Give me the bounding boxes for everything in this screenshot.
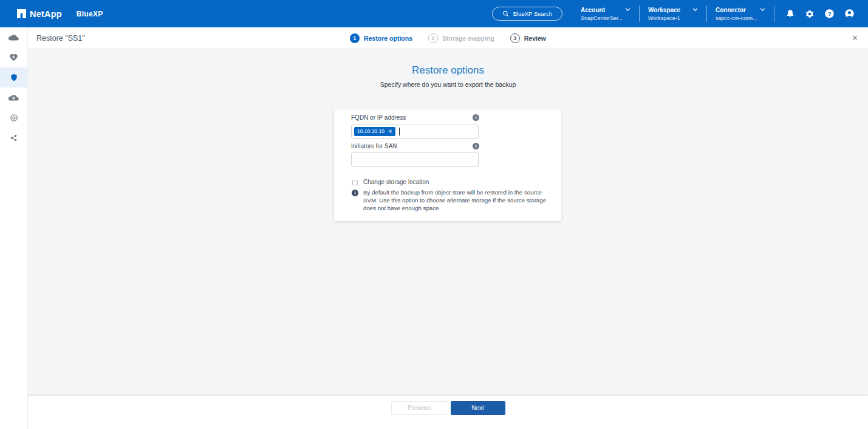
wizard-stepper: 1 Restore options 2 Storage mapping 3 Re… [350, 33, 546, 43]
change-storage-location-checkbox[interactable] [352, 180, 358, 185]
wizard-footer: Previous Next [28, 396, 868, 429]
step-restore-options[interactable]: 1 Restore options [350, 33, 412, 43]
topbar: NetApp BlueXP BlueXP Search Account Snap… [0, 0, 868, 27]
page-title: Restore options [28, 64, 868, 77]
sidebar-item-governance[interactable] [0, 108, 27, 128]
sidebar-item-health[interactable] [0, 47, 27, 67]
step-label: Restore options [364, 35, 412, 42]
step-number: 2 [428, 33, 438, 43]
page-subtitle: Specify where do you want to export the … [28, 81, 868, 88]
health-heart-icon [9, 53, 18, 62]
left-nav-sidebar [0, 27, 28, 429]
protection-shield-icon [10, 73, 18, 82]
help-icon[interactable]: ? [824, 9, 835, 19]
chevron-down-icon [760, 8, 765, 12]
step-label: Review [524, 35, 546, 42]
sidebar-item-mobility[interactable] [0, 128, 27, 148]
share-nodes-icon [10, 134, 18, 142]
account-menu-value: SnapCenterSer... [581, 15, 630, 21]
search-icon [502, 10, 509, 17]
sidebar-item-protection[interactable] [0, 67, 27, 88]
change-storage-location-label[interactable]: Change storage location [363, 179, 429, 185]
step-label: Storage mapping [442, 35, 494, 42]
search-label: BlueXP Search [513, 10, 552, 17]
workspace-menu[interactable]: Workspace Workspace-1 [648, 7, 698, 21]
user-icon[interactable] [844, 9, 855, 19]
restore-options-card: FQDN or IP address i 10.10.10.10 ✕ Initi… [334, 109, 561, 221]
info-icon: i [352, 190, 358, 196]
divider [774, 5, 774, 22]
sidebar-item-observability[interactable] [0, 88, 27, 108]
cloud-observability-icon [9, 92, 19, 103]
sidebar-item-storage[interactable] [0, 27, 27, 47]
chevron-down-icon [692, 8, 698, 12]
account-menu-label: Account [581, 7, 605, 13]
topbar-right: BlueXP Search Account SnapCenterSer... W… [492, 5, 855, 22]
notifications-bell-icon[interactable] [785, 9, 795, 19]
product-name: BlueXP [77, 10, 103, 18]
connector-menu-label: Connector [716, 7, 746, 13]
ip-address-chip-value: 10.10.10.10 [357, 129, 384, 134]
initiators-input[interactable] [351, 153, 479, 166]
chip-remove-icon[interactable]: ✕ [388, 129, 392, 134]
brand-name: NetApp [30, 9, 62, 19]
divider [706, 5, 707, 22]
initiators-field-label: Initiators for SAN [351, 143, 397, 149]
info-icon[interactable]: i [473, 114, 479, 121]
step-number: 1 [350, 33, 360, 43]
storage-location-note: By default the backup from object store … [363, 189, 554, 213]
ring-icon [10, 114, 18, 122]
wizard-header: Restore "SS1" 1 Restore options 2 Storag… [28, 27, 868, 49]
connector-menu-value: sapcc-cm-conn... [716, 15, 765, 21]
netapp-logo-icon [17, 9, 26, 18]
info-icon[interactable]: i [473, 143, 479, 149]
ip-address-chip: 10.10.10.10 ✕ [354, 127, 395, 136]
close-icon[interactable]: ✕ [852, 33, 858, 43]
fqdn-input[interactable]: 10.10.10.10 ✕ [351, 125, 479, 139]
wizard-title: Restore "SS1" [36, 34, 85, 43]
divider [639, 5, 640, 22]
account-menu[interactable]: Account SnapCenterSer... [581, 7, 630, 21]
settings-gear-icon[interactable] [805, 9, 815, 19]
chevron-down-icon [625, 8, 630, 12]
fqdn-field-label: FQDN or IP address [351, 114, 406, 121]
text-caret [399, 128, 400, 136]
bluexp-search[interactable]: BlueXP Search [492, 7, 562, 21]
next-button[interactable]: Next [451, 401, 505, 415]
main-content: Restore options Specify where do you wan… [28, 49, 868, 396]
step-storage-mapping[interactable]: 2 Storage mapping [428, 33, 494, 43]
svg-text:?: ? [828, 11, 832, 17]
cloud-icon [9, 32, 19, 43]
netapp-brand: NetApp [17, 9, 62, 19]
step-number: 3 [510, 33, 520, 43]
connector-menu[interactable]: Connector sapcc-cm-conn... [716, 7, 765, 21]
workspace-menu-value: Workspace-1 [648, 15, 698, 21]
step-review[interactable]: 3 Review [510, 33, 546, 43]
previous-button[interactable]: Previous [391, 401, 448, 415]
workspace-menu-label: Workspace [648, 7, 680, 13]
